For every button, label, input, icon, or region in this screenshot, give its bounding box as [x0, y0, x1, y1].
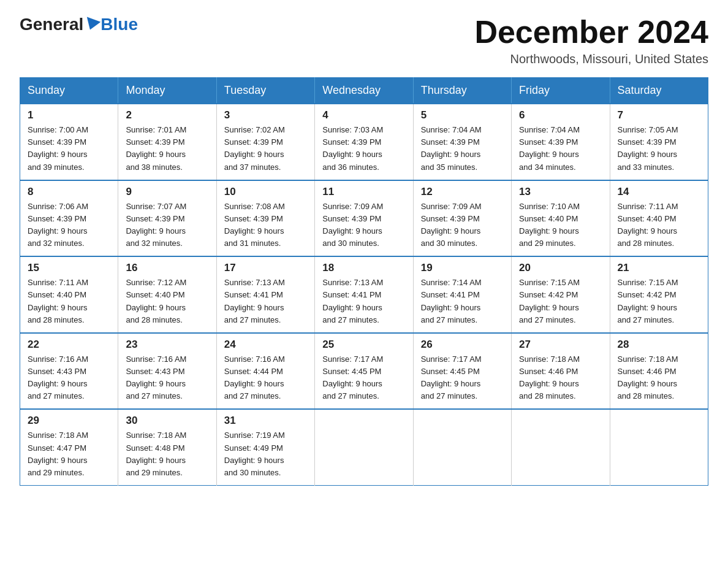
- calendar-cell: 12Sunrise: 7:09 AMSunset: 4:39 PMDayligh…: [413, 180, 511, 257]
- calendar-cell: 14Sunrise: 7:11 AMSunset: 4:40 PMDayligh…: [610, 180, 708, 257]
- day-info: Sunrise: 7:08 AMSunset: 4:39 PMDaylight:…: [224, 201, 308, 250]
- day-number: 2: [126, 109, 210, 121]
- calendar-cell: 16Sunrise: 7:12 AMSunset: 4:40 PMDayligh…: [118, 256, 216, 333]
- calendar-cell: 22Sunrise: 7:16 AMSunset: 4:43 PMDayligh…: [20, 333, 118, 410]
- day-info: Sunrise: 7:15 AMSunset: 4:42 PMDaylight:…: [618, 277, 702, 326]
- day-info: Sunrise: 7:11 AMSunset: 4:40 PMDaylight:…: [28, 277, 112, 326]
- logo-general-text: General: [20, 15, 83, 34]
- location-subtitle: Northwoods, Missouri, United States: [474, 52, 708, 66]
- calendar-table: SundayMondayTuesdayWednesdayThursdayFrid…: [20, 77, 708, 486]
- calendar-cell: 25Sunrise: 7:17 AMSunset: 4:45 PMDayligh…: [315, 333, 413, 410]
- day-number: 31: [224, 415, 308, 427]
- day-info: Sunrise: 7:18 AMSunset: 4:48 PMDaylight:…: [126, 429, 210, 479]
- day-number: 16: [126, 262, 210, 274]
- calendar-cell: 31Sunrise: 7:19 AMSunset: 4:49 PMDayligh…: [216, 409, 314, 485]
- header-friday: Friday: [512, 78, 610, 104]
- page-header: General Blue December 2024 Northwoods, M…: [20, 15, 708, 66]
- day-info: Sunrise: 7:13 AMSunset: 4:41 PMDaylight:…: [322, 277, 406, 326]
- day-info: Sunrise: 7:17 AMSunset: 4:45 PMDaylight:…: [421, 353, 505, 403]
- day-info: Sunrise: 7:02 AMSunset: 4:39 PMDaylight:…: [224, 124, 308, 174]
- calendar-week-row: 1Sunrise: 7:00 AMSunset: 4:39 PMDaylight…: [20, 104, 708, 180]
- title-section: December 2024 Northwoods, Missouri, Unit…: [474, 15, 708, 66]
- header-wednesday: Wednesday: [315, 78, 413, 104]
- calendar-cell: 9Sunrise: 7:07 AMSunset: 4:39 PMDaylight…: [118, 180, 216, 257]
- day-number: 17: [224, 262, 308, 274]
- day-info: Sunrise: 7:09 AMSunset: 4:39 PMDaylight:…: [421, 201, 505, 250]
- day-number: 11: [322, 186, 406, 198]
- calendar-cell: 26Sunrise: 7:17 AMSunset: 4:45 PMDayligh…: [413, 333, 511, 410]
- day-number: 15: [28, 262, 112, 274]
- calendar-week-row: 22Sunrise: 7:16 AMSunset: 4:43 PMDayligh…: [20, 333, 708, 410]
- day-number: 10: [224, 186, 308, 198]
- calendar-cell: 19Sunrise: 7:14 AMSunset: 4:41 PMDayligh…: [413, 256, 511, 333]
- calendar-cell: 1Sunrise: 7:00 AMSunset: 4:39 PMDaylight…: [20, 104, 118, 180]
- day-number: 4: [322, 109, 406, 121]
- day-number: 9: [126, 186, 210, 198]
- day-number: 13: [519, 186, 603, 198]
- day-info: Sunrise: 7:18 AMSunset: 4:47 PMDaylight:…: [28, 429, 112, 479]
- calendar-cell: 8Sunrise: 7:06 AMSunset: 4:39 PMDaylight…: [20, 180, 118, 257]
- day-number: 27: [519, 339, 603, 351]
- calendar-cell: 30Sunrise: 7:18 AMSunset: 4:48 PMDayligh…: [118, 409, 216, 485]
- day-info: Sunrise: 7:04 AMSunset: 4:39 PMDaylight:…: [421, 124, 505, 174]
- day-info: Sunrise: 7:16 AMSunset: 4:44 PMDaylight:…: [224, 353, 308, 403]
- calendar-cell: 15Sunrise: 7:11 AMSunset: 4:40 PMDayligh…: [20, 256, 118, 333]
- day-info: Sunrise: 7:17 AMSunset: 4:45 PMDaylight:…: [322, 353, 406, 403]
- day-number: 14: [618, 186, 702, 198]
- calendar-cell: 3Sunrise: 7:02 AMSunset: 4:39 PMDaylight…: [216, 104, 314, 180]
- day-info: Sunrise: 7:03 AMSunset: 4:39 PMDaylight:…: [322, 124, 406, 174]
- day-info: Sunrise: 7:16 AMSunset: 4:43 PMDaylight:…: [126, 353, 210, 403]
- calendar-cell: 23Sunrise: 7:16 AMSunset: 4:43 PMDayligh…: [118, 333, 216, 410]
- calendar-cell: [512, 409, 610, 485]
- logo-triangle-icon: [83, 17, 101, 32]
- day-info: Sunrise: 7:18 AMSunset: 4:46 PMDaylight:…: [618, 353, 702, 403]
- day-info: Sunrise: 7:10 AMSunset: 4:40 PMDaylight:…: [519, 201, 603, 250]
- calendar-cell: [610, 409, 708, 485]
- calendar-cell: 2Sunrise: 7:01 AMSunset: 4:39 PMDaylight…: [118, 104, 216, 180]
- day-info: Sunrise: 7:05 AMSunset: 4:39 PMDaylight:…: [618, 124, 702, 174]
- day-number: 3: [224, 109, 308, 121]
- calendar-cell: 7Sunrise: 7:05 AMSunset: 4:39 PMDaylight…: [610, 104, 708, 180]
- day-number: 24: [224, 339, 308, 351]
- calendar-cell: [315, 409, 413, 485]
- calendar-week-row: 15Sunrise: 7:11 AMSunset: 4:40 PMDayligh…: [20, 256, 708, 333]
- calendar-cell: 28Sunrise: 7:18 AMSunset: 4:46 PMDayligh…: [610, 333, 708, 410]
- header-monday: Monday: [118, 78, 216, 104]
- day-number: 5: [421, 109, 505, 121]
- calendar-cell: 18Sunrise: 7:13 AMSunset: 4:41 PMDayligh…: [315, 256, 413, 333]
- day-number: 19: [421, 262, 505, 274]
- calendar-header-row: SundayMondayTuesdayWednesdayThursdayFrid…: [20, 78, 708, 104]
- calendar-week-row: 8Sunrise: 7:06 AMSunset: 4:39 PMDaylight…: [20, 180, 708, 257]
- calendar-cell: 17Sunrise: 7:13 AMSunset: 4:41 PMDayligh…: [216, 256, 314, 333]
- day-info: Sunrise: 7:19 AMSunset: 4:49 PMDaylight:…: [224, 429, 308, 479]
- calendar-cell: 11Sunrise: 7:09 AMSunset: 4:39 PMDayligh…: [315, 180, 413, 257]
- day-info: Sunrise: 7:18 AMSunset: 4:46 PMDaylight:…: [519, 353, 603, 403]
- header-sunday: Sunday: [20, 78, 118, 104]
- day-number: 18: [322, 262, 406, 274]
- day-number: 12: [421, 186, 505, 198]
- header-tuesday: Tuesday: [216, 78, 314, 104]
- day-number: 28: [618, 339, 702, 351]
- calendar-cell: 24Sunrise: 7:16 AMSunset: 4:44 PMDayligh…: [216, 333, 314, 410]
- day-number: 7: [618, 109, 702, 121]
- day-info: Sunrise: 7:16 AMSunset: 4:43 PMDaylight:…: [28, 353, 112, 403]
- header-thursday: Thursday: [413, 78, 511, 104]
- day-number: 29: [28, 415, 112, 427]
- day-info: Sunrise: 7:04 AMSunset: 4:39 PMDaylight:…: [519, 124, 603, 174]
- day-info: Sunrise: 7:09 AMSunset: 4:39 PMDaylight:…: [322, 201, 406, 250]
- day-info: Sunrise: 7:00 AMSunset: 4:39 PMDaylight:…: [28, 124, 112, 174]
- day-info: Sunrise: 7:06 AMSunset: 4:39 PMDaylight:…: [28, 201, 112, 250]
- day-number: 8: [28, 186, 112, 198]
- logo-blue-text: Blue: [100, 15, 138, 34]
- day-info: Sunrise: 7:14 AMSunset: 4:41 PMDaylight:…: [421, 277, 505, 326]
- calendar-cell: 5Sunrise: 7:04 AMSunset: 4:39 PMDaylight…: [413, 104, 511, 180]
- day-info: Sunrise: 7:07 AMSunset: 4:39 PMDaylight:…: [126, 201, 210, 250]
- day-info: Sunrise: 7:11 AMSunset: 4:40 PMDaylight:…: [618, 201, 702, 250]
- calendar-cell: 13Sunrise: 7:10 AMSunset: 4:40 PMDayligh…: [512, 180, 610, 257]
- day-number: 30: [126, 415, 210, 427]
- day-number: 23: [126, 339, 210, 351]
- calendar-cell: 20Sunrise: 7:15 AMSunset: 4:42 PMDayligh…: [512, 256, 610, 333]
- header-saturday: Saturday: [610, 78, 708, 104]
- day-info: Sunrise: 7:01 AMSunset: 4:39 PMDaylight:…: [126, 124, 210, 174]
- calendar-cell: 4Sunrise: 7:03 AMSunset: 4:39 PMDaylight…: [315, 104, 413, 180]
